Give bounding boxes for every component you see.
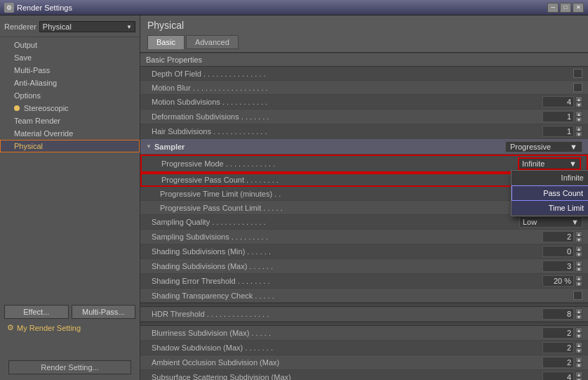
- shading-error-threshold-spinner[interactable]: ▲ ▼: [575, 275, 582, 287]
- sidebar-divider: [0, 37, 140, 37]
- shading-transparency-check-label: Shading Transparency Check . . . . .: [146, 291, 526, 300]
- sidebar-item-multipass[interactable]: Multi-Pass: [0, 64, 140, 77]
- shading-error-threshold-input[interactable]: [542, 275, 574, 287]
- renderer-value: Physical: [43, 22, 72, 31]
- sidebar-item-stereoscopic[interactable]: Stereoscopic: [0, 102, 140, 114]
- sampler-row: ▼ Sampler Progressive ▼: [140, 139, 588, 155]
- sampling-subdivisions-input[interactable]: [542, 231, 574, 242]
- sampling-quality-dropdown[interactable]: Low ▼: [519, 216, 582, 228]
- shading-subdivisions-min-row: Shading Subdivisions (Min) . . . . . . ▲…: [140, 244, 588, 259]
- shading-subdivisions-min-label: Shading Subdivisions (Min) . . . . . .: [146, 247, 526, 256]
- blurriness-subdivision-label: Blurriness Subdivision (Max) . . . . .: [146, 329, 526, 337]
- render-setting-button[interactable]: Render Setting...: [8, 360, 131, 374]
- ao-subdivision-spinner[interactable]: ▲ ▼: [575, 357, 582, 368]
- progressive-pass-count-label: Progressive Pass Count . . . . . . . .: [147, 176, 525, 184]
- sampling-subdivisions-label: Sampling Subdivisions . . . . . . . . .: [146, 232, 526, 241]
- sidebar-item-antialiasing[interactable]: Anti-Aliasing: [0, 77, 140, 89]
- hair-subdivisions-spinner[interactable]: ▲ ▼: [575, 126, 582, 137]
- sidebar-item-label: Options: [14, 91, 41, 100]
- sampler-label: ▼ Sampler: [146, 143, 505, 151]
- ao-subdivision-row: Ambient Occlusion Subdivision (Max) ▲ ▼: [140, 355, 588, 370]
- deformation-subdivisions-spinner[interactable]: ▲ ▼: [575, 111, 582, 122]
- sss-subdivision-input[interactable]: [542, 372, 574, 380]
- hdr-threshold-spinner[interactable]: ▲ ▼: [575, 308, 582, 320]
- renderer-dropdown[interactable]: Physical ▼: [39, 21, 135, 32]
- hdr-threshold-input[interactable]: [542, 308, 574, 320]
- shadow-subdivision-row: Shadow Subdivision (Max) . . . . . . . ▲…: [140, 341, 588, 355]
- shading-subdivisions-max-spinner[interactable]: ▲ ▼: [575, 261, 582, 272]
- popup-item-pass-count[interactable]: Pass Count: [512, 185, 588, 201]
- sidebar-item-label: Anti-Aliasing: [14, 79, 57, 87]
- sidebar-item-label: Stereoscopic: [24, 104, 69, 112]
- sampling-quality-label: Sampling Quality . . . . . . . . . . . .…: [146, 218, 526, 226]
- gear-icon: ⚙: [7, 323, 14, 332]
- my-render-setting[interactable]: ⚙ My Render Setting: [4, 322, 135, 334]
- sidebar-item-label: Save: [14, 53, 32, 62]
- motion-subdivisions-label: Motion Subdivisions . . . . . . . . . . …: [146, 98, 526, 106]
- sidebar-item-options[interactable]: Options: [0, 89, 140, 102]
- maximize-button[interactable]: □: [560, 3, 571, 13]
- shading-error-threshold-row: Shading Error Threshold . . . . . . . . …: [140, 274, 588, 289]
- motion-blur-label: Motion Blur . . . . . . . . . . . . . . …: [146, 84, 526, 92]
- chevron-down-icon: ▼: [571, 218, 579, 226]
- progressive-mode-value: Infinite: [522, 159, 544, 168]
- hair-subdivisions-row: Hair Subdivisions . . . . . . . . . . . …: [140, 124, 588, 139]
- content-header: Physical Basic Advanced: [140, 15, 588, 53]
- my-render-label: My Render Setting: [17, 324, 81, 332]
- shadow-subdivision-input[interactable]: [542, 342, 574, 353]
- close-button[interactable]: ✕: [573, 3, 584, 13]
- sampling-subdivisions-row: Sampling Subdivisions . . . . . . . . . …: [140, 230, 588, 244]
- blurriness-subdivision-spinner[interactable]: ▲ ▼: [575, 327, 582, 339]
- shading-subdivisions-min-spinner[interactable]: ▲ ▼: [575, 246, 582, 257]
- motion-blur-checkbox[interactable]: [573, 83, 582, 92]
- sss-subdivision-label: Subsurface Scattering Subdivision (Max): [146, 373, 526, 380]
- popup-item-infinite[interactable]: Infinite: [512, 171, 588, 185]
- sidebar-item-label: Material Override: [14, 129, 73, 138]
- sampler-section: ▼ Sampler Progressive ▼ Progressive Mode…: [140, 139, 588, 215]
- minimize-button[interactable]: ─: [547, 3, 559, 13]
- blurriness-subdivision-input[interactable]: [542, 327, 574, 339]
- sampling-subdivisions-spinner[interactable]: ▲ ▼: [575, 231, 582, 242]
- motion-blur-row: Motion Blur . . . . . . . . . . . . . . …: [140, 81, 588, 95]
- shading-transparency-check-row: Shading Transparency Check . . . . .: [140, 289, 588, 303]
- active-dot-icon: [14, 105, 20, 111]
- depth-of-field-label: Depth Of Field . . . . . . . . . . . . .…: [146, 70, 526, 78]
- sampling-quality-row: Sampling Quality . . . . . . . . . . . .…: [140, 215, 588, 230]
- deformation-subdivisions-row: Deformation Subdivisions . . . . . . . ▲…: [140, 110, 588, 124]
- sidebar-item-label: Output: [14, 41, 37, 49]
- sidebar-item-teamrender[interactable]: Team Render: [0, 114, 140, 127]
- sss-subdivision-spinner[interactable]: ▲ ▼: [575, 372, 582, 380]
- progressive-mode-dropdown[interactable]: Infinite ▼: [518, 157, 581, 170]
- shading-transparency-check-checkbox[interactable]: [573, 291, 582, 300]
- shadow-subdivision-spinner[interactable]: ▲ ▼: [575, 342, 582, 353]
- depth-of-field-row: Depth Of Field . . . . . . . . . . . . .…: [140, 67, 588, 81]
- sss-subdivision-row: Subsurface Scattering Subdivision (Max) …: [140, 370, 588, 380]
- sidebar-item-save[interactable]: Save: [0, 51, 140, 64]
- shading-subdivisions-max-row: Shading Subdivisions (Max) . . . . . . ▲…: [140, 259, 588, 274]
- motion-subdivisions-input[interactable]: [542, 96, 574, 107]
- effect-button[interactable]: Effect...: [4, 305, 69, 319]
- multipass-button[interactable]: Multi-Pass...: [72, 305, 136, 319]
- window-title: Render Settings: [17, 4, 72, 12]
- tab-basic[interactable]: Basic: [147, 35, 185, 49]
- chevron-down-icon: ▼: [126, 24, 132, 30]
- deformation-subdivisions-label: Deformation Subdivisions . . . . . . .: [146, 112, 526, 121]
- tab-advanced[interactable]: Advanced: [186, 35, 239, 49]
- deformation-subdivisions-input[interactable]: [542, 111, 574, 122]
- popup-item-time-limit[interactable]: Time Limit: [512, 201, 588, 216]
- shading-subdivisions-max-input[interactable]: [542, 261, 574, 272]
- chevron-down-icon: ▼: [570, 143, 577, 151]
- renderer-row: Renderer Physical ▼: [0, 18, 140, 35]
- sampler-dropdown[interactable]: Progressive ▼: [505, 141, 582, 152]
- motion-subdivisions-spinner[interactable]: ▲ ▼: [575, 96, 582, 107]
- sidebar-item-physical[interactable]: Physical: [0, 140, 140, 152]
- renderer-label: Renderer: [4, 22, 36, 31]
- sidebar-item-materialoverride[interactable]: Material Override: [0, 127, 140, 140]
- sidebar-item-label: Multi-Pass: [14, 66, 50, 74]
- depth-of-field-checkbox[interactable]: [573, 69, 582, 78]
- shading-subdivisions-min-input[interactable]: [542, 246, 574, 257]
- ao-subdivision-input[interactable]: [542, 357, 574, 368]
- hair-subdivisions-input[interactable]: [542, 126, 574, 137]
- ao-subdivision-label: Ambient Occlusion Subdivision (Max): [146, 358, 526, 367]
- sidebar-item-output[interactable]: Output: [0, 39, 140, 51]
